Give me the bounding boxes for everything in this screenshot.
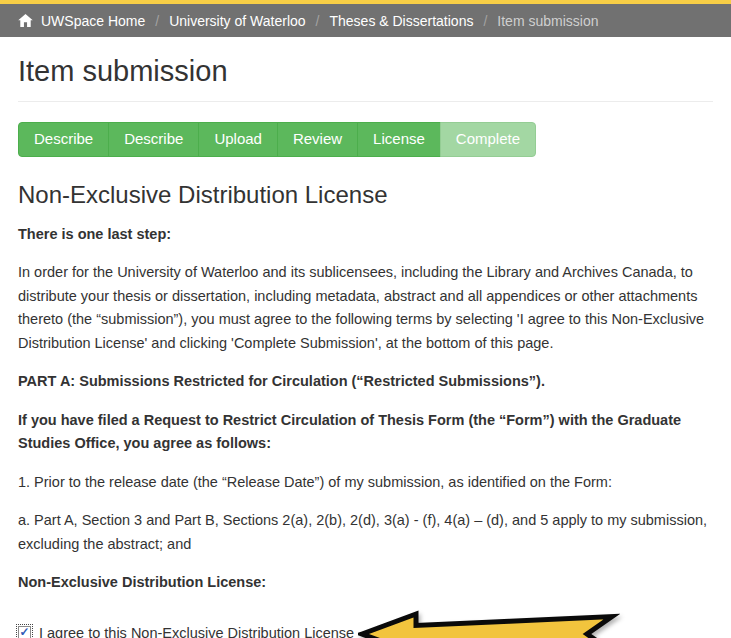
top-navbar: UWSpace Home / University of Waterloo / …: [0, 0, 731, 37]
agree-label: I agree to this Non-Exclusive Distributi…: [39, 625, 354, 638]
license-filed-clause: If you have filed a Request to Restrict …: [18, 409, 713, 456]
step-describe-2[interactable]: Describe: [108, 122, 199, 157]
step-complete[interactable]: Complete: [440, 122, 536, 157]
breadcrumb-university-of-waterloo[interactable]: University of Waterloo: [169, 13, 305, 29]
agree-checkbox[interactable]: [18, 626, 31, 638]
license-item-1: 1. Prior to the release date (the “Relea…: [18, 471, 713, 494]
breadcrumb-separator: /: [155, 13, 159, 29]
breadcrumb-separator: /: [483, 13, 487, 29]
home-icon[interactable]: [18, 14, 33, 27]
submission-progress-steps: Describe Describe Upload Review License …: [18, 122, 713, 157]
step-upload[interactable]: Upload: [198, 122, 278, 157]
breadcrumb-theses-dissertations[interactable]: Theses & Dissertations: [329, 13, 473, 29]
license-ndl-heading: Non-Exclusive Distribution License:: [18, 571, 713, 594]
breadcrumb-item-submission: Item submission: [497, 13, 598, 29]
license-paragraph: In order for the University of Waterloo …: [18, 261, 713, 355]
license-intro: There is one last step:: [18, 223, 713, 246]
breadcrumb: UWSpace Home / University of Waterloo / …: [41, 13, 598, 29]
license-part-a: PART A: Submissions Restricted for Circu…: [18, 370, 713, 393]
license-text: There is one last step: In order for the…: [18, 223, 713, 595]
step-review[interactable]: Review: [277, 122, 358, 157]
page-title: Item submission: [18, 55, 713, 102]
callout-arrow: [358, 610, 620, 638]
license-item-1a: a. Part A, Section 3 and Part B, Section…: [18, 509, 713, 556]
agree-row: I agree to this Non-Exclusive Distributi…: [18, 610, 713, 638]
license-heading: Non-Exclusive Distribution License: [18, 181, 713, 209]
step-describe-1[interactable]: Describe: [18, 122, 109, 157]
breadcrumb-separator: /: [316, 13, 320, 29]
home-icon-glyph: [18, 14, 33, 27]
breadcrumb-uwspace-home[interactable]: UWSpace Home: [41, 13, 145, 29]
step-license[interactable]: License: [357, 122, 441, 157]
